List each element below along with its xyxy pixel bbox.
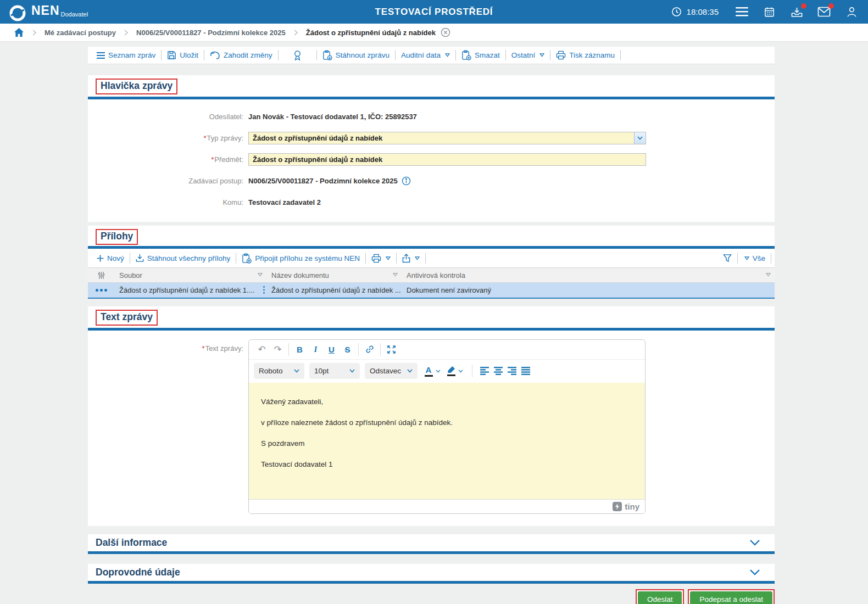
underline-button[interactable]: U bbox=[324, 342, 340, 357]
field-odesilatel: Odesílatel: Jan Novák - Testovací dodava… bbox=[88, 106, 775, 127]
cell-soubor: Žádost o zpřístupnění údajů z nabídek 1.… bbox=[114, 283, 266, 298]
seal-button[interactable] bbox=[279, 50, 316, 61]
record-toolbar: Seznam zpráv Uložit Zahodit změny bbox=[88, 47, 775, 64]
strikethrough-button[interactable]: S bbox=[340, 342, 355, 357]
field-label: Text zprávy: bbox=[205, 344, 243, 353]
expand-chevron-icon[interactable] bbox=[749, 539, 767, 546]
print-record-button[interactable]: Tisk záznamu bbox=[550, 51, 620, 60]
required-asterisk: * bbox=[211, 155, 214, 164]
message-list-button[interactable]: Seznam zpráv bbox=[91, 51, 161, 59]
bold-button[interactable]: B bbox=[292, 342, 308, 357]
download-all-attachments-button[interactable]: Stáhnout všechny přílohy bbox=[130, 254, 236, 262]
attachments-section: Přílohy Nový Stáhnout všechny přílohy bbox=[88, 226, 775, 299]
message-text-area[interactable]: Vážený zadavateli, v příloze naleznete ž… bbox=[249, 383, 645, 499]
annotation-box: Přílohy bbox=[96, 229, 138, 245]
editor-statusbar: tiny bbox=[249, 499, 645, 513]
breadcrumb-item-zakazka[interactable]: N006/25/V00011827 - Podzimní kolekce 202… bbox=[136, 29, 286, 37]
block-format-select[interactable]: Odstavec bbox=[365, 363, 418, 379]
section-title-hlavicka: Hlavička zprávy bbox=[101, 80, 173, 91]
text-color-button[interactable]: A bbox=[422, 363, 435, 379]
sort-icon[interactable] bbox=[766, 273, 771, 277]
font-family-select[interactable]: Roboto bbox=[254, 363, 304, 379]
column-settings-header[interactable] bbox=[88, 268, 114, 283]
user-icon[interactable] bbox=[845, 5, 858, 19]
chevron-down-icon[interactable] bbox=[436, 370, 441, 373]
filter-scope-select[interactable]: Vše bbox=[738, 254, 771, 262]
message-type-select[interactable]: Žádost o zpřístupnění údajů z nabídek bbox=[248, 132, 646, 144]
close-tab-icon[interactable] bbox=[441, 27, 450, 37]
cell-antivir: Dokument není zavirovaný bbox=[402, 283, 775, 298]
chevron-down-icon bbox=[415, 256, 420, 260]
breadcrumb-separator-icon bbox=[32, 30, 36, 36]
align-center-icon[interactable] bbox=[494, 367, 504, 375]
breadcrumb-item-postupy[interactable]: Mé zadávací postupy bbox=[44, 29, 116, 37]
sign-and-send-button[interactable]: Podepsat a odeslat bbox=[690, 591, 772, 604]
fullscreen-icon[interactable] bbox=[383, 342, 399, 357]
download-icon bbox=[136, 254, 144, 262]
field-predmet: *Předmět: Žádost o zpřístupnění údajů z … bbox=[88, 149, 775, 170]
row-actions-icon[interactable] bbox=[93, 289, 109, 292]
chevron-down-icon[interactable] bbox=[458, 370, 463, 373]
menu-icon[interactable] bbox=[735, 5, 748, 19]
message-paragraph: Vážený zadavateli, bbox=[261, 398, 633, 406]
table-row[interactable]: Žádost o zpřístupnění údajů z nabídek 1.… bbox=[88, 283, 775, 298]
align-right-icon[interactable] bbox=[508, 367, 518, 375]
select-dropdown-button[interactable] bbox=[634, 132, 646, 144]
message-paragraph: Testovací dodavatel 1 bbox=[261, 460, 633, 468]
calendar-icon[interactable] bbox=[763, 5, 776, 19]
doprovodne-udaje-section: Doprovodné údaje bbox=[88, 564, 775, 584]
other-actions-button[interactable]: Ostatní bbox=[506, 51, 550, 59]
new-attachment-button[interactable]: Nový bbox=[91, 254, 130, 262]
clock-icon bbox=[671, 7, 682, 17]
sort-icon[interactable] bbox=[258, 273, 263, 277]
discard-changes-button[interactable]: Zahodit změny bbox=[204, 51, 278, 59]
undo-icon[interactable]: ↶ bbox=[254, 342, 270, 357]
section-title-doprovodne: Doprovodné údaje bbox=[96, 567, 180, 578]
column-header-nazev[interactable]: Název dokumentu bbox=[266, 268, 402, 283]
plus-icon bbox=[97, 255, 104, 262]
sort-icon[interactable] bbox=[393, 273, 398, 277]
inbox-download-icon[interactable] bbox=[790, 5, 803, 19]
annotation-box: Text zprávy bbox=[96, 310, 158, 326]
grip-icon[interactable] bbox=[263, 286, 265, 294]
cell-nazev: Žádost o zpřístupnění údajů z nabídek ..… bbox=[266, 283, 402, 298]
export-attachments-button[interactable] bbox=[397, 254, 425, 263]
required-asterisk: * bbox=[202, 344, 205, 353]
breadcrumb: Mé zadávací postupy N006/25/V00011827 - … bbox=[0, 24, 868, 42]
mail-icon[interactable] bbox=[817, 5, 831, 19]
column-header-soubor[interactable]: Soubor bbox=[114, 268, 266, 283]
attachments-table: Soubor Název dokumentu Antivirová kontro… bbox=[88, 267, 775, 299]
align-left-icon[interactable] bbox=[480, 367, 490, 375]
redo-icon[interactable]: ↷ bbox=[270, 342, 286, 357]
send-button[interactable]: Odeslat bbox=[638, 591, 682, 604]
expand-chevron-icon[interactable] bbox=[749, 569, 767, 575]
postup-value: N006/25/V00011827 - Podzimní kolekce 202… bbox=[248, 177, 398, 185]
filter-button[interactable] bbox=[717, 254, 737, 262]
attach-from-nen-button[interactable]: Připojit přílohu ze systému NEN bbox=[236, 253, 365, 264]
print-attachments-button[interactable] bbox=[366, 254, 396, 263]
audit-data-button[interactable]: Auditní data bbox=[396, 51, 455, 59]
column-header-antivir[interactable]: Antivirová kontrola bbox=[402, 268, 775, 283]
save-button[interactable]: Uložit bbox=[162, 51, 204, 60]
align-justify-icon[interactable] bbox=[521, 367, 531, 375]
link-icon[interactable] bbox=[361, 342, 377, 357]
delete-button[interactable]: Smazat bbox=[456, 50, 505, 60]
breadcrumb-separator-icon bbox=[294, 30, 298, 36]
editor-toolbar-row1: ↶ ↷ B I U S bbox=[249, 340, 645, 360]
field-label: Předmět: bbox=[214, 155, 243, 164]
tiny-brand[interactable]: tiny bbox=[625, 502, 639, 511]
printer-icon bbox=[556, 51, 566, 60]
share-icon bbox=[402, 254, 410, 263]
section-divider bbox=[88, 581, 775, 584]
info-icon[interactable] bbox=[402, 176, 411, 186]
field-zadavaci-postup: Zadávací postup: N006/25/V00011827 - Pod… bbox=[88, 170, 775, 192]
download-message-button[interactable]: Stáhnout zprávu bbox=[317, 50, 395, 60]
highlight-color-button[interactable] bbox=[445, 363, 457, 379]
field-label: Typ zprávy: bbox=[207, 134, 243, 142]
subject-input[interactable]: Žádost o zpřístupnění údajů z nabídek bbox=[248, 153, 646, 166]
home-icon[interactable] bbox=[14, 27, 24, 37]
annotation-box: Hlavička zprávy bbox=[96, 79, 177, 94]
italic-button[interactable]: I bbox=[308, 342, 324, 357]
filter-icon bbox=[723, 254, 732, 262]
font-size-select[interactable]: 10pt bbox=[309, 363, 360, 379]
